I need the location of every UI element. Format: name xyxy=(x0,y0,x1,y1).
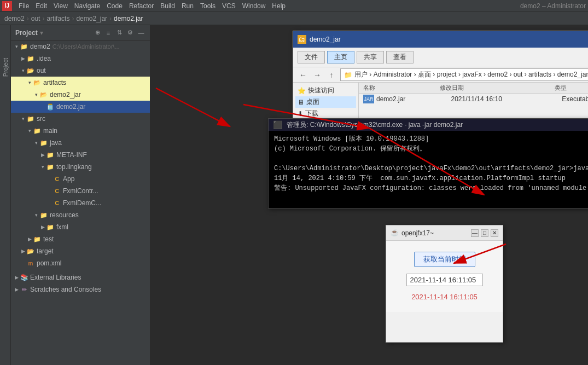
jfx-minimize-btn[interactable]: — xyxy=(471,229,479,237)
fe-sidebar-downloads[interactable]: ⬇ 下载 xyxy=(295,108,356,119)
menu-navigate[interactable]: Navigate xyxy=(71,1,103,11)
jfx-title: openjfx17~ xyxy=(401,229,434,237)
jfx-win-buttons: — □ ✕ xyxy=(471,229,498,237)
menu-window[interactable]: Window xyxy=(239,1,269,11)
tree-item-pom[interactable]: m pom.xml xyxy=(11,257,150,269)
breadcrumb-demo2[interactable]: demo2 xyxy=(4,15,25,22)
fe-sidebar-quickaccess[interactable]: ⭐ 快速访问 xyxy=(295,85,356,96)
folder-icon: 📁 xyxy=(39,211,48,219)
breadcrumb-demo2jar[interactable]: demo2_jar xyxy=(76,15,107,22)
fe-forward-btn[interactable]: → xyxy=(312,69,323,80)
tree-item-meta-inf[interactable]: ▶ 📁 META-INF xyxy=(11,149,150,161)
tree-item-target[interactable]: ▶ 📂 target xyxy=(11,245,150,257)
breadcrumb-artifacts[interactable]: artifacts xyxy=(46,15,69,22)
jfx-get-time-btn[interactable]: 获取当前时间 xyxy=(414,252,475,267)
tree-item-fxmldemc[interactable]: C FxmlDemC... xyxy=(11,197,150,209)
file-date: 2021/11/14 16:10 xyxy=(451,95,560,103)
main-area: Project Project ▾ ⊕ ≡ ⇅ ⚙ — ▾ 📁 demo2 C:… xyxy=(0,25,588,365)
fe-up-btn[interactable]: ↑ xyxy=(326,69,337,80)
desktop-icon: 🖥 xyxy=(298,99,304,106)
arrow-icon: ▾ xyxy=(39,164,46,170)
jfx-close-btn[interactable]: ✕ xyxy=(491,229,498,237)
col-name: 名称 xyxy=(363,84,440,92)
menu-view[interactable]: View xyxy=(50,1,71,11)
tree-item-demo2jar-folder[interactable]: ▾ 📂 demo2_jar xyxy=(11,89,150,101)
java-icon: C xyxy=(53,199,61,207)
tree-item-app[interactable]: C App xyxy=(11,173,150,185)
fe-sidebar-desktop[interactable]: 🖥 桌面 xyxy=(295,96,356,108)
tree-label-scratches: Scratches and Consoles xyxy=(30,286,101,293)
panel-icon-menu[interactable]: ≡ xyxy=(104,28,113,37)
tree-item-test[interactable]: ▶ 📁 test xyxy=(11,233,150,245)
col-type: 类型 xyxy=(555,84,588,92)
jfx-maximize-btn[interactable]: □ xyxy=(481,229,488,237)
tree-item-main[interactable]: ▾ 📁 main xyxy=(11,125,150,137)
tree-item-fxml[interactable]: ▶ 📁 fxml xyxy=(11,221,150,233)
tree-item-idea[interactable]: ▶ 📁 .idea xyxy=(11,53,150,65)
fe-btn-file[interactable]: 文件 xyxy=(298,51,325,63)
fe-back-btn[interactable]: ← xyxy=(298,69,308,80)
java-icon: C xyxy=(53,175,61,183)
tree-path: C:\Users\Administrator\... xyxy=(53,43,120,50)
menu-refactor[interactable]: Refactor xyxy=(126,1,157,11)
folder-icon: 📁 xyxy=(26,114,35,123)
folder-icon: 📁 xyxy=(33,126,42,135)
menu-build[interactable]: Build xyxy=(157,1,178,11)
fe-title-icon: 🗂 xyxy=(298,35,306,44)
tree-item-artifacts[interactable]: ▾ 📂 artifacts xyxy=(11,77,150,89)
downloads-icon: ⬇ xyxy=(298,110,303,118)
breadcrumb-out[interactable]: out xyxy=(31,15,40,22)
menu-help[interactable]: Help xyxy=(269,1,289,11)
folder-open-icon: 📂 xyxy=(26,247,35,256)
tree-item-resources[interactable]: ▾ 📁 resources xyxy=(11,209,150,221)
panel-icon-sort[interactable]: ⇅ xyxy=(115,28,124,37)
tree-item-demo2[interactable]: ▾ 📁 demo2 C:\Users\Administrator\... xyxy=(11,40,150,53)
tree-label-top: top.lingkang xyxy=(56,163,92,171)
arrow-icon: ▾ xyxy=(13,44,20,49)
fe-file-row[interactable]: JAR demo2.jar 2021/11/14 16:10 Executabl… xyxy=(359,94,588,105)
tree-item-top[interactable]: ▾ 📁 top.lingkang xyxy=(11,161,150,173)
menu-edit[interactable]: Edit xyxy=(32,1,50,11)
menu-tools[interactable]: Tools xyxy=(197,1,219,11)
tree-item-java[interactable]: ▾ 📁 java xyxy=(11,137,150,149)
tree-item-scratches[interactable]: ▶ ✏ Scratches and Consoles xyxy=(11,283,150,296)
arrow-icon: ▾ xyxy=(20,116,26,121)
folder-icon: 📁 xyxy=(20,42,28,51)
tree-item-out[interactable]: ▾ 📂 out xyxy=(11,65,150,77)
menu-code[interactable]: Code xyxy=(103,1,126,11)
breadcrumb-demo2jar-file[interactable]: demo2.jar xyxy=(114,15,143,22)
arrow-icon: ▶ xyxy=(39,224,46,230)
file-explorer-window: 🗂 demo2_jar — □ ✕ 文件 主页 共享 查看 ← → ↑ 📁 xyxy=(293,31,588,129)
jfx-time-label: 2021-11-14 16:11:05 xyxy=(411,293,478,301)
panel-icon-add[interactable]: ⊕ xyxy=(93,28,102,37)
project-tab-label[interactable]: Project xyxy=(2,58,9,77)
file-name: demo2.jar xyxy=(376,95,449,103)
menu-run[interactable]: Run xyxy=(178,1,197,11)
fe-address-bar: ← → ↑ 📁 用户 › Administrator › 桌面 › projec… xyxy=(293,67,588,83)
fe-btn-view[interactable]: 查看 xyxy=(386,51,414,63)
tree-label-target: target xyxy=(37,247,54,255)
panel-icon-settings[interactable]: ⚙ xyxy=(126,28,135,37)
panel-header: Project ▾ ⊕ ≡ ⇅ ⚙ — xyxy=(11,25,150,40)
tree-label-demo2: demo2 xyxy=(30,43,50,50)
menu-file[interactable]: File xyxy=(15,1,32,11)
breadcrumb: demo2 › out › artifacts › demo2_jar › de… xyxy=(0,12,588,25)
left-strip: Project xyxy=(0,25,11,365)
tree-item-extlibs[interactable]: ▶ 📚 External Libraries xyxy=(11,271,150,283)
folder-icon: 📁 xyxy=(46,163,55,171)
cmd-title: 管理员: C:\Windows\System32\cmd.exe - java … xyxy=(287,120,463,130)
tree-label-main: main xyxy=(43,127,57,135)
tree-item-src[interactable]: ▾ 📁 src xyxy=(11,113,150,125)
folder-open-icon: 📂 xyxy=(39,90,48,99)
panel-icon-minimize[interactable]: — xyxy=(137,28,145,37)
jfx-time-input[interactable] xyxy=(406,274,483,286)
tree-label-idea: .idea xyxy=(37,55,51,62)
tree-item-fxmlcont[interactable]: C FxmlContr... xyxy=(11,185,150,197)
tree-item-demo2jar[interactable]: 🫙 demo2.jar xyxy=(11,101,150,113)
fe-toolbar: 文件 主页 共享 查看 xyxy=(293,48,588,67)
panel-header-icons: ⊕ ≡ ⇅ ⚙ — xyxy=(93,28,145,37)
fe-btn-share[interactable]: 共享 xyxy=(357,51,384,63)
menu-vcs[interactable]: VCS xyxy=(219,1,239,11)
fe-btn-home[interactable]: 主页 xyxy=(327,51,354,63)
tree-label-artifacts: artifacts xyxy=(43,79,66,86)
